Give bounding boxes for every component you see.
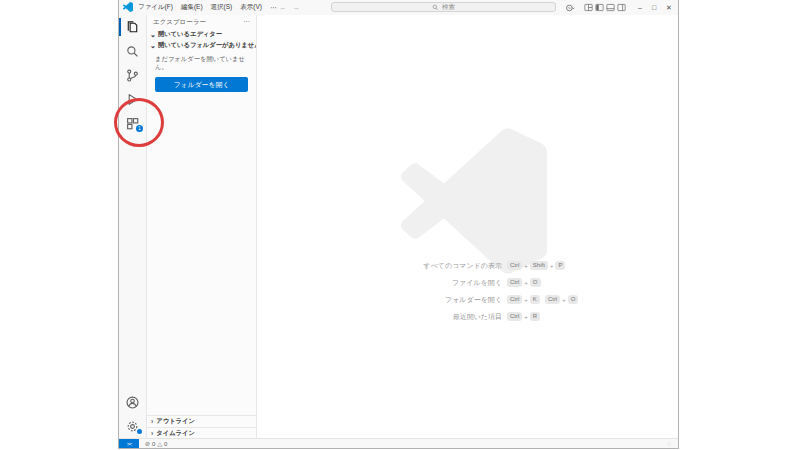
screenshot-canvas: ファイル(F)編集(E)選択(S)表示(V)⋯ ← → 検索 <box>0 0 800 450</box>
search-icon <box>432 4 439 11</box>
toggle-panel-icon[interactable] <box>605 2 616 13</box>
search-icon <box>125 44 140 59</box>
menu-item[interactable]: 選択(S) <box>207 3 237 12</box>
shortcut-row: ファイルを開くCtrl+O <box>257 274 678 291</box>
shortcut-label: フォルダーを開く <box>342 295 502 305</box>
minimize-button[interactable]: – <box>633 0 647 15</box>
more-actions-icon[interactable]: ⋯ <box>243 18 250 26</box>
key-label: P <box>555 261 565 270</box>
error-icon: ⊘ <box>145 440 150 447</box>
notifications-bell-icon[interactable]: ◌ <box>667 440 671 447</box>
shortcut-row: フォルダーを開くCtrl+KCtrl+O <box>257 291 678 308</box>
activity-bar: 1 <box>119 15 147 439</box>
vscode-watermark-logo <box>401 128 547 274</box>
search-placeholder: 検索 <box>442 3 455 12</box>
menu-item[interactable]: ファイル(F) <box>134 3 177 12</box>
editor-area: すべてのコマンドの表示Ctrl+Shift+Pファイルを開くCtrl+Oフォルダ… <box>257 15 678 439</box>
sidebar-bottom-sections: › アウトライン › タイムライン <box>147 415 256 439</box>
run-debug-icon <box>125 92 140 107</box>
activity-extensions-button[interactable]: 1 <box>119 111 146 135</box>
activity-search-button[interactable] <box>119 39 146 63</box>
no-folder-message: まだフォルダーを開いていません。 <box>147 51 256 73</box>
accounts-button[interactable] <box>119 390 146 414</box>
vscode-window: ファイル(F)編集(E)選択(S)表示(V)⋯ ← → 検索 <box>118 0 679 449</box>
section-label: 開いているフォルダーがありません <box>158 41 256 50</box>
toggle-secondary-sidebar-icon[interactable] <box>616 2 627 13</box>
key-label: K <box>530 295 540 304</box>
back-icon[interactable]: ← <box>279 3 287 12</box>
files-icon <box>125 20 140 35</box>
close-button[interactable]: ✕ <box>662 0 676 15</box>
maximize-button[interactable]: □ <box>647 0 661 15</box>
menu-bar: ファイル(F)編集(E)選択(S)表示(V)⋯ <box>134 0 280 15</box>
key-label: Ctrl <box>507 278 522 287</box>
shortcut-row: 最近開いた項目Ctrl+R <box>257 308 678 325</box>
shortcut-label: 最近開いた項目 <box>342 312 502 322</box>
section-label: タイムライン <box>156 429 195 438</box>
problems-indicator[interactable]: ⊘ 0 △ 0 <box>145 440 167 447</box>
shortcut-list: すべてのコマンドの表示Ctrl+Shift+Pファイルを開くCtrl+Oフォルダ… <box>257 257 678 325</box>
explorer-sidebar: エクスプローラー ⋯ ⌄ 開いているエディター ⌄ 開いているフォルダーがありま… <box>147 15 257 439</box>
customize-layout-icon[interactable] <box>583 2 594 13</box>
menu-item[interactable]: 編集(E) <box>177 3 207 12</box>
sidebar-header: エクスプローラー ⋯ <box>147 15 256 29</box>
chevron-right-icon: › <box>151 418 153 425</box>
activity-explorer-button[interactable] <box>119 15 146 39</box>
sidebar-title: エクスプローラー <box>153 18 206 27</box>
chevron-down-icon: ⌄ <box>150 31 156 38</box>
plus-separator: + <box>524 314 528 320</box>
error-count: 0 <box>152 441 155 447</box>
shortcut-row: すべてのコマンドの表示Ctrl+Shift+P <box>257 257 678 274</box>
shortcut-label: すべてのコマンドの表示 <box>342 261 502 271</box>
plus-separator: + <box>524 280 528 286</box>
activity-run-debug-button[interactable] <box>119 87 146 111</box>
plus-separator: + <box>562 297 566 303</box>
section-label: 開いているエディター <box>158 30 222 39</box>
settings-badge-dot <box>137 429 142 434</box>
plus-separator: + <box>524 297 528 303</box>
chevron-down-icon: ⌄ <box>150 42 156 49</box>
forward-icon[interactable]: → <box>293 3 301 12</box>
title-bar: ファイル(F)編集(E)選択(S)表示(V)⋯ ← → 検索 <box>119 0 678 16</box>
plus-separator: + <box>524 263 528 269</box>
warning-count: 0 <box>164 441 167 447</box>
vscode-logo-icon <box>123 2 133 12</box>
activity-source-control-button[interactable] <box>119 63 146 87</box>
source-control-icon <box>125 68 140 83</box>
key-label: Ctrl <box>507 261 522 270</box>
key-label: R <box>530 312 540 321</box>
plus-separator: + <box>550 263 554 269</box>
open-folder-button[interactable]: フォルダーを開く <box>155 77 248 92</box>
status-bar: >< ⊘ 0 △ 0 ◌ <box>119 438 678 448</box>
warning-icon: △ <box>157 440 162 447</box>
nav-arrows: ← → <box>279 0 300 15</box>
remote-indicator[interactable]: >< <box>119 439 139 448</box>
key-label: O <box>568 295 579 304</box>
key-label: Shift <box>530 261 548 270</box>
key-label: Ctrl <box>507 312 522 321</box>
extensions-badge: 1 <box>136 125 143 132</box>
section-label: アウトライン <box>156 417 195 426</box>
shortcut-label: ファイルを開く <box>342 278 502 288</box>
key-label: O <box>530 278 541 287</box>
key-label: Ctrl <box>507 295 522 304</box>
section-outline[interactable]: › アウトライン <box>147 415 256 427</box>
menu-item[interactable]: 表示(V) <box>236 3 266 12</box>
command-center-search[interactable]: 検索 <box>331 2 556 12</box>
toggle-sidebar-icon[interactable] <box>594 2 605 13</box>
account-icon <box>125 395 140 410</box>
activity-bar-bottom <box>119 390 146 438</box>
copilot-icon[interactable] <box>564 2 575 13</box>
chevron-right-icon: › <box>151 430 153 437</box>
section-open-editors[interactable]: ⌄ 開いているエディター <box>147 29 256 40</box>
section-no-folder[interactable]: ⌄ 開いているフォルダーがありません <box>147 40 256 51</box>
key-label: Ctrl <box>545 295 560 304</box>
settings-button[interactable] <box>119 414 146 438</box>
